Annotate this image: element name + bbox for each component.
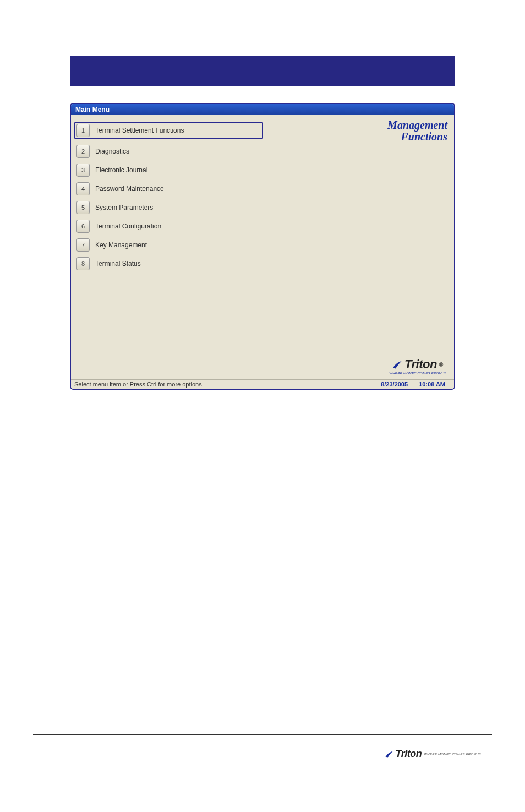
- menu-key-3[interactable]: 3: [76, 164, 90, 177]
- menu-key-6[interactable]: 6: [76, 220, 90, 233]
- menu-key-2[interactable]: 2: [76, 145, 90, 158]
- menu-item-terminal-settlement[interactable]: 1 Terminal Settlement Functions: [74, 122, 263, 139]
- brand-tagline: WHERE MONEY COMES FROM.™: [389, 372, 446, 375]
- content-area: Management Functions 1 Terminal Settleme…: [71, 115, 454, 379]
- status-time: 10:08 AM: [413, 381, 451, 388]
- menu-item-password-maintenance[interactable]: 4 Password Maintenance: [76, 182, 261, 195]
- menu-label: Diagnostics: [95, 148, 129, 155]
- main-menu-list: 1 Terminal Settlement Functions 2 Diagno…: [76, 122, 261, 270]
- brand-tagline: WHERE MONEY COMES FROM.™: [424, 753, 481, 756]
- menu-label: System Parameters: [95, 204, 153, 211]
- menu-item-diagnostics[interactable]: 2 Diagnostics: [76, 145, 261, 158]
- menu-label: Terminal Status: [95, 260, 141, 268]
- menu-item-electronic-journal[interactable]: 3 Electronic Journal: [76, 164, 261, 177]
- footer-brand-logo: Triton WHERE MONEY COMES FROM.™: [385, 748, 481, 760]
- brand-name: Triton: [404, 357, 437, 372]
- menu-key-1[interactable]: 1: [76, 124, 90, 137]
- menu-label: Electronic Journal: [95, 166, 147, 174]
- menu-label: Terminal Settlement Functions: [95, 127, 184, 134]
- status-bar: Select menu item or Press Ctrl for more …: [71, 379, 454, 389]
- menu-label: Key Management: [95, 241, 147, 249]
- menu-item-system-parameters[interactable]: 5 System Parameters: [76, 201, 261, 214]
- wing-icon: [385, 750, 393, 759]
- menu-label: Terminal Configuration: [95, 222, 161, 230]
- menu-item-terminal-configuration[interactable]: 6 Terminal Configuration: [76, 220, 261, 233]
- status-date: 8/23/2005: [375, 381, 413, 388]
- top-rule: [33, 39, 492, 39]
- menu-key-5[interactable]: 5: [76, 201, 90, 214]
- window-title: Main Menu: [75, 106, 110, 113]
- menu-label: Password Maintenance: [95, 185, 164, 193]
- bottom-rule: [33, 734, 492, 735]
- menu-item-key-management[interactable]: 7 Key Management: [76, 238, 261, 252]
- window-titlebar: Main Menu: [71, 104, 454, 115]
- status-hint: Select menu item or Press Ctrl for more …: [74, 381, 375, 388]
- management-functions-heading: Management Functions: [387, 119, 447, 143]
- menu-key-4[interactable]: 4: [76, 182, 90, 195]
- brand-name: Triton: [396, 748, 422, 760]
- wing-icon: [392, 359, 402, 369]
- brand-logo: Triton® WHERE MONEY COMES FROM.™: [389, 357, 446, 375]
- menu-key-7[interactable]: 7: [76, 238, 90, 252]
- menu-key-8[interactable]: 8: [76, 257, 90, 270]
- app-window: Main Menu Management Functions 1 Termina…: [70, 103, 455, 390]
- section-banner: [70, 56, 455, 86]
- menu-item-terminal-status[interactable]: 8 Terminal Status: [76, 257, 261, 270]
